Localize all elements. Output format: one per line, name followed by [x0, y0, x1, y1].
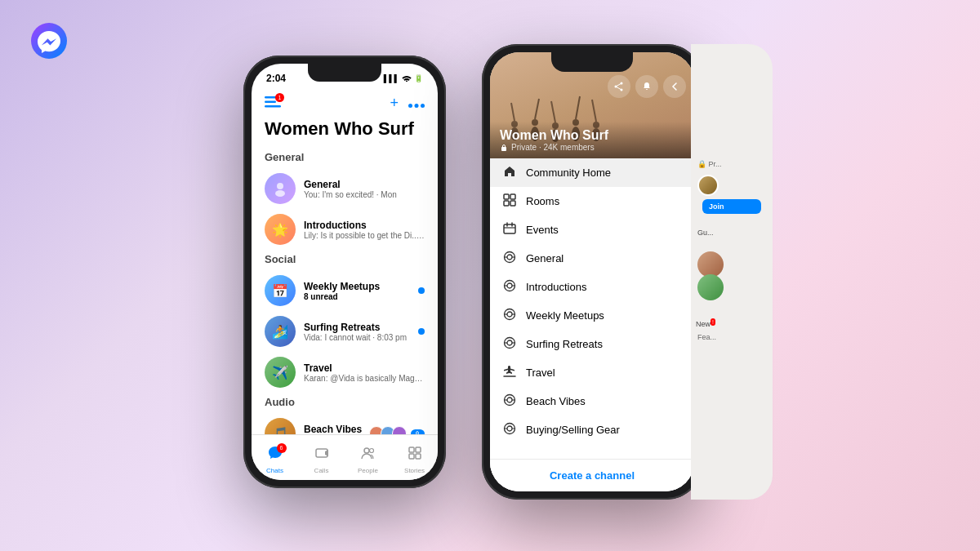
- tab-people-label: People: [358, 467, 378, 474]
- section-audio: Audio: [252, 393, 438, 413]
- beach-vibes-icon: [501, 393, 518, 409]
- signal-icon: ▌▌▌: [384, 74, 399, 82]
- left-notch: [308, 64, 381, 82]
- svg-rect-13: [409, 447, 414, 452]
- channel-label: Rooms: [526, 195, 559, 207]
- svg-rect-15: [409, 454, 414, 459]
- channel-item-travel[interactable]: Travel: [490, 358, 694, 387]
- left-screen: 2:04 ▌▌▌ 🔋 1 +: [252, 64, 438, 480]
- share-button[interactable]: [608, 75, 630, 98]
- events-icon: [501, 222, 518, 238]
- channel-item-rooms[interactable]: Rooms: [490, 187, 694, 216]
- hero-action-buttons: [608, 75, 686, 98]
- back-button[interactable]: [663, 75, 686, 98]
- svg-point-51: [507, 283, 512, 288]
- channel-item-beach-vibes[interactable]: Beach Vibes: [490, 387, 694, 415]
- guide-label: Gu...: [696, 225, 768, 240]
- header-action-icons: +: [390, 95, 425, 112]
- tab-chats[interactable]: 6 Chats: [252, 442, 298, 474]
- tab-people[interactable]: People: [345, 442, 391, 474]
- chats-icon: 6: [267, 445, 283, 465]
- chat-content: Weekly Meetups 8 unread: [304, 281, 410, 301]
- svg-point-8: [275, 190, 285, 197]
- channel-item-events[interactable]: Events: [490, 216, 694, 244]
- list-item[interactable]: 📅 Weekly Meetups 8 unread: [252, 270, 438, 311]
- channel-label: Events: [526, 224, 559, 236]
- join-button[interactable]: Join: [702, 199, 761, 214]
- spacer3: [696, 302, 768, 315]
- svg-point-64: [507, 398, 512, 402]
- spacer: [696, 217, 768, 225]
- create-channel-button[interactable]: Create a channel: [490, 459, 694, 491]
- tab-calls-label: Calls: [314, 467, 329, 474]
- more-icon[interactable]: [408, 95, 425, 112]
- unread-indicator: [418, 328, 425, 335]
- channel-item-weekly-meetups[interactable]: Weekly Meetups: [490, 301, 694, 330]
- svg-line-35: [616, 83, 621, 87]
- svg-rect-38: [504, 194, 509, 199]
- channel-label: Community Home: [526, 167, 611, 179]
- svg-point-55: [507, 312, 512, 317]
- avatar: ✈️: [265, 357, 296, 388]
- notification-button[interactable]: [635, 75, 658, 98]
- chats-badge: 6: [277, 443, 287, 453]
- tab-calls[interactable]: Calls: [298, 442, 345, 474]
- messenger-logo: [31, 23, 67, 59]
- svg-rect-40: [504, 201, 509, 206]
- svg-point-59: [507, 340, 512, 345]
- list-item[interactable]: 🏄 Surfing Retreats Vida: I cannot wait ·…: [252, 311, 438, 352]
- tab-stories[interactable]: Stories: [391, 442, 438, 474]
- channel-label: General: [526, 252, 564, 264]
- svg-rect-14: [416, 447, 421, 452]
- rooms-icon: [501, 193, 518, 209]
- list-item[interactable]: General You: I'm so excited! · Mon: [252, 168, 438, 209]
- tab-stories-label: Stories: [404, 467, 425, 474]
- chat-content: Travel Karan: @Vida is basically Maguyve…: [304, 362, 425, 383]
- avatar: 🌟: [265, 214, 296, 245]
- channel-item-general[interactable]: General: [490, 244, 694, 273]
- introductions-icon: [501, 279, 518, 295]
- right-phone: Women Who Surf Private · 24K members Com…: [482, 44, 702, 500]
- svg-point-7: [277, 183, 283, 189]
- channel-item-surfing-retreats[interactable]: Surfing Retreats: [490, 330, 694, 358]
- chat-content: Introductions Lily: Is it possible to ge…: [304, 220, 425, 240]
- chat-name: Beach Vibes: [304, 424, 363, 435]
- general-chat-icon: [501, 251, 518, 266]
- left-phone: 2:04 ▌▌▌ 🔋 1 +: [243, 56, 446, 488]
- wifi-icon: [402, 74, 412, 83]
- chat-list[interactable]: General General You: I'm so excited! · M…: [252, 148, 438, 450]
- channel-item-community-home[interactable]: Community Home: [490, 158, 694, 187]
- hero-overlay: Women Who Surf Private · 24K members: [490, 122, 694, 158]
- page-title: Women Who Surf: [252, 118, 438, 148]
- community-name: Women Who Surf: [500, 128, 684, 143]
- section-general: General: [252, 148, 438, 168]
- menu-badge: 1: [275, 93, 284, 102]
- channel-label: Buying/Selling Gear: [526, 424, 620, 436]
- channel-drawer: Community Home Rooms Events: [490, 158, 694, 491]
- travel-icon: [501, 365, 518, 380]
- home-icon: [501, 165, 518, 180]
- svg-line-25: [551, 101, 555, 122]
- chat-preview: Karan: @Vida is basically Maguyver · Wed: [304, 374, 425, 383]
- list-item[interactable]: 🌟 Introductions Lily: Is it possible to …: [252, 209, 438, 250]
- compose-icon[interactable]: +: [390, 95, 399, 112]
- chat-content: General You: I'm so excited! · Mon: [304, 179, 425, 199]
- channel-label: Travel: [526, 367, 555, 379]
- member-avatars: [697, 175, 766, 196]
- channel-item-buying-selling[interactable]: Buying/Selling Gear: [490, 415, 694, 444]
- chat-name: Introductions: [304, 220, 425, 231]
- channel-item-introductions[interactable]: Introductions: [490, 273, 694, 301]
- menu-button[interactable]: 1: [265, 96, 281, 111]
- list-item[interactable]: ✈️ Travel Karan: @Vida is basically Magu…: [252, 352, 438, 393]
- community-meta: Private · 24K members: [500, 143, 684, 152]
- svg-point-68: [507, 426, 512, 431]
- buying-selling-icon: [501, 422, 518, 438]
- channel-label: Weekly Meetups: [526, 309, 604, 322]
- svg-rect-3: [265, 105, 281, 108]
- right-notch: [551, 52, 633, 72]
- right-screen: Women Who Surf Private · 24K members Com…: [490, 52, 694, 491]
- people-icon: [360, 445, 376, 465]
- avatar: [265, 173, 296, 204]
- left-status-icons: ▌▌▌ 🔋: [384, 74, 423, 83]
- chat-name: Travel: [304, 362, 425, 374]
